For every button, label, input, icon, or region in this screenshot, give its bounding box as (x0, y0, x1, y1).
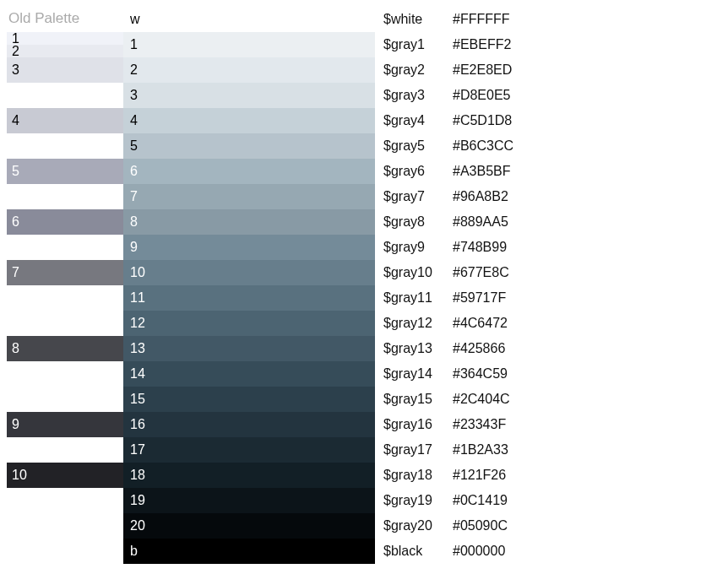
palette-meta-row: $gray19#0C1419 (383, 488, 721, 513)
palette-meta-row: $gray7#96A8B2 (383, 184, 721, 209)
old-swatch-gap (7, 184, 123, 209)
palette-hex-value: #364C59 (453, 366, 721, 382)
new-swatch-label: 7 (130, 189, 138, 203)
new-swatch-15: 15 (123, 387, 375, 412)
palette-hex-value: #D8E0E5 (453, 88, 721, 103)
new-swatch-label: 12 (130, 316, 145, 330)
old-swatch-gap (7, 361, 123, 387)
new-swatch-6: 6 (123, 159, 375, 184)
old-swatch-label: 7 (12, 260, 19, 285)
palette-var-name: $gray1 (383, 37, 453, 52)
palette-hex-value: #05090C (453, 518, 721, 533)
palette-meta-column: $white#FFFFFF$gray1#EBEFF2$gray2#E2E8ED$… (383, 7, 721, 564)
palette-var-name: $gray4 (383, 113, 453, 128)
palette-var-name: $gray13 (383, 341, 453, 356)
palette-hex-value: #889AA5 (453, 214, 721, 230)
old-swatch-gap (7, 437, 123, 463)
new-swatch-11: 11 (123, 285, 375, 311)
old-swatch-gap (7, 311, 123, 336)
old-palette-header: Old Palette (7, 7, 123, 32)
palette-var-name: $gray11 (383, 290, 453, 306)
palette-var-name: $gray14 (383, 366, 453, 382)
old-swatch-label: 6 (12, 209, 19, 235)
palette-meta-row: $gray14#364C59 (383, 361, 721, 387)
palette-var-name: $gray7 (383, 189, 453, 204)
palette-var-name: $gray8 (383, 214, 453, 230)
new-swatch-17: 17 (123, 437, 375, 463)
palette-hex-value: #1B2A33 (453, 442, 721, 458)
old-swatch-label: 9 (12, 412, 19, 437)
palette-var-name: $gray5 (383, 138, 453, 154)
new-swatch-10: 10 (123, 260, 375, 285)
new-swatch-label: 16 (130, 417, 145, 431)
palette-meta-row: $gray1#EBEFF2 (383, 32, 721, 57)
palette-meta-row: $gray15#2C404C (383, 387, 721, 412)
new-swatch-label: 20 (130, 518, 145, 533)
old-swatch-1: 1 (7, 32, 123, 45)
palette-hex-value: #2C404C (453, 392, 721, 407)
palette-hex-value: #96A8B2 (453, 189, 721, 204)
palette-var-name: $gray19 (383, 493, 453, 508)
palette-meta-row: $gray8#889AA5 (383, 209, 721, 235)
new-swatch-7: 7 (123, 184, 375, 209)
old-swatch-label: 4 (12, 108, 19, 133)
palette-meta-row: $gray16#23343F (383, 412, 721, 437)
old-swatch-2: 2 (7, 45, 123, 57)
new-swatch-label: 1 (130, 37, 138, 51)
palette-hex-value: #000000 (453, 544, 721, 559)
new-swatch-label: 18 (130, 468, 145, 482)
new-swatch-12: 12 (123, 311, 375, 336)
new-swatch-label: 3 (130, 88, 138, 102)
palette-var-name: $gray2 (383, 62, 453, 78)
new-swatch-label: b (130, 544, 138, 558)
old-swatch-label: 1 (12, 32, 19, 45)
palette-meta-row: $gray2#E2E8ED (383, 57, 721, 83)
new-swatch-label: 8 (130, 214, 138, 229)
new-swatch-label: 6 (130, 164, 138, 178)
new-swatch-label: 10 (130, 265, 145, 279)
palette-var-name: $gray12 (383, 316, 453, 331)
new-swatch-b: b (123, 539, 375, 564)
old-swatch-gap (7, 83, 123, 108)
palette-hex-value: #FFFFFF (453, 12, 721, 27)
old-swatch-7: 7 (7, 260, 123, 285)
old-swatch-6: 6 (7, 209, 123, 235)
old-swatch-label: 2 (12, 45, 19, 57)
palette-hex-value: #EBEFF2 (453, 37, 721, 52)
palette-var-name: $gray9 (383, 240, 453, 255)
palette-var-name: $gray20 (383, 518, 453, 533)
old-swatch-label: 5 (12, 159, 19, 184)
palette-hex-value: #121F26 (453, 468, 721, 483)
palette-hex-value: #C5D1D8 (453, 113, 721, 128)
palette-hex-value: #23343F (453, 417, 721, 432)
palette-meta-row: $gray12#4C6472 (383, 311, 721, 336)
new-palette-list: w1234567891011121314151617181920b (123, 7, 375, 564)
old-swatch-10: 10 (7, 463, 123, 488)
palette-var-name: $gray6 (383, 164, 453, 179)
old-swatch-3: 3 (7, 57, 123, 83)
palette-var-name: $gray3 (383, 88, 453, 103)
palette-hex-value: #425866 (453, 341, 721, 356)
palette-meta-row: $gray17#1B2A33 (383, 437, 721, 463)
old-palette-list: 12345678910 (7, 32, 123, 564)
new-swatch-2: 2 (123, 57, 375, 83)
palette-var-name: $white (383, 12, 453, 27)
new-swatch-label: 5 (130, 138, 138, 153)
old-palette-column: Old Palette 12345678910 (7, 7, 123, 564)
palette-hex-value: #E2E8ED (453, 62, 721, 78)
palette-meta-row: $gray9#748B99 (383, 235, 721, 260)
old-swatch-gap (7, 133, 123, 159)
palette-meta-list: $white#FFFFFF$gray1#EBEFF2$gray2#E2E8ED$… (383, 7, 721, 564)
palette-hex-value: #59717F (453, 290, 721, 306)
old-swatch-gap (7, 488, 123, 513)
palette-hex-value: #A3B5BF (453, 164, 721, 179)
new-swatch-4: 4 (123, 108, 375, 133)
palette-hex-value: #B6C3CC (453, 138, 721, 154)
new-swatch-16: 16 (123, 412, 375, 437)
new-swatch-20: 20 (123, 513, 375, 539)
new-swatch-label: 9 (130, 240, 138, 254)
old-swatch-8: 8 (7, 336, 123, 361)
new-swatch-1: 1 (123, 32, 375, 57)
old-swatch-9: 9 (7, 412, 123, 437)
new-swatch-label: 14 (130, 366, 145, 381)
